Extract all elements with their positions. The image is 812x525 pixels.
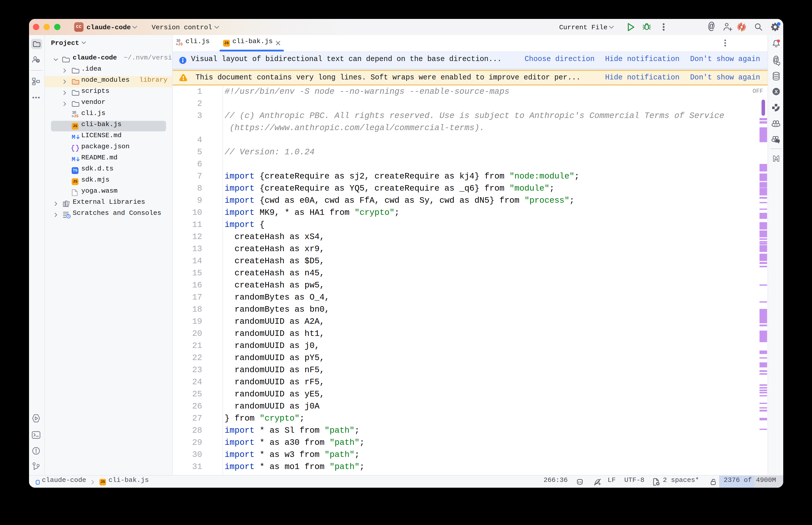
svg-text:M: M	[72, 156, 75, 163]
svg-text:M: M	[72, 134, 75, 141]
svg-text:X: X	[774, 89, 778, 95]
svg-text:?: ?	[37, 60, 39, 63]
